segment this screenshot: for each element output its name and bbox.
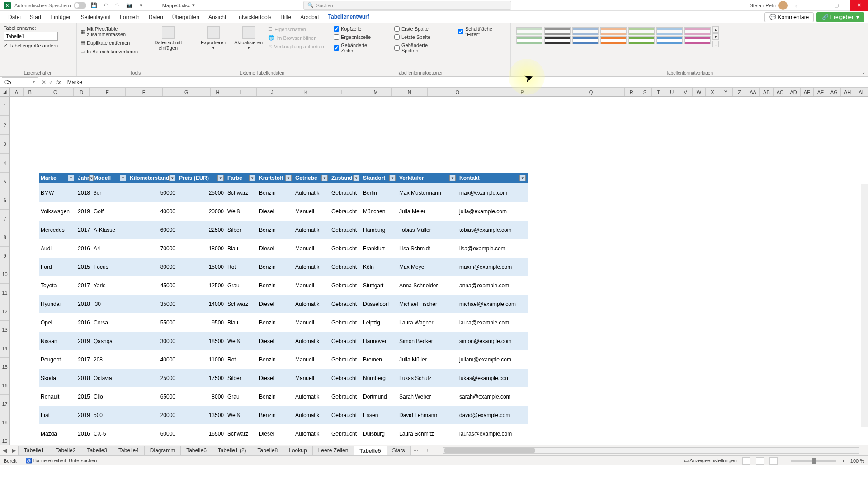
table-cell[interactable]: Gebraucht [330,208,361,215]
column-header[interactable]: U [665,88,679,96]
last-col-checkbox[interactable]: Letzte Spalte [394,33,444,41]
column-header[interactable]: I [225,88,257,96]
table-cell[interactable]: Julia Müller [397,357,458,363]
table-cell[interactable]: Diesel [257,301,293,307]
gallery-up-icon[interactable]: ▴ [712,26,719,33]
table-cell[interactable]: Grau [226,394,257,400]
table-cell[interactable]: 40000 [128,208,177,215]
table-header-cell[interactable]: Farbe▼ [226,175,257,181]
table-cell[interactable]: Lukas Schulz [397,375,458,381]
table-cell[interactable]: lauras@example.com [458,431,528,437]
table-row[interactable]: Opel2016Corsa550009500BlauBenzinManuellG… [39,313,528,332]
table-cell[interactable]: BMW [39,190,76,196]
row-header[interactable]: 13 [0,321,9,339]
table-cell[interactable]: 50000 [128,190,177,196]
table-style-thumb[interactable] [684,27,711,35]
table-cell[interactable]: Ford [39,264,76,270]
column-header[interactable]: Y [719,88,733,96]
table-cell[interactable]: Mazda [39,431,76,437]
sheet-tab[interactable]: Tabelle5 [354,446,387,455]
column-header[interactable]: AI [854,88,868,96]
table-header-cell[interactable]: Kontakt▼ [458,175,528,181]
minimize-icon[interactable]: — [805,0,823,11]
tab-datei[interactable]: Datei [4,11,25,23]
table-cell[interactable]: München [361,208,397,215]
column-header[interactable]: V [679,88,693,96]
table-cell[interactable]: 14000 [177,301,226,307]
filter-button-checkbox[interactable]: Schaltfläche "Filter" [458,25,507,38]
filter-dropdown-icon[interactable]: ▼ [217,175,224,181]
table-style-thumb[interactable] [628,36,655,44]
row-header[interactable]: 12 [0,302,9,321]
tab-tabellenentwurf[interactable]: Tabellenentwurf [324,11,374,23]
table-cell[interactable]: 30000 [128,338,177,344]
table-style-thumb[interactable] [516,36,542,44]
table-cell[interactable]: tobias@example.com [458,227,528,233]
table-header-cell[interactable]: Zustand▼ [330,175,361,181]
header-row-checkbox[interactable]: Kopfzeile [334,25,381,33]
table-row[interactable]: Peugeot20172084000011000RotBenzinManuell… [39,350,528,369]
table-cell[interactable]: 13500 [177,412,226,418]
page-break-view-icon[interactable] [769,457,778,465]
table-cell[interactable]: Golf [92,208,128,215]
table-header-cell[interactable]: Getriebe▼ [293,175,330,181]
table-cell[interactable]: Leipzig [361,319,397,326]
add-sheet-icon[interactable]: ＋ [421,446,434,454]
table-cell[interactable]: Schwarz [226,301,257,307]
table-cell[interactable]: Fiat [39,412,76,418]
table-cell[interactable]: Gebraucht [330,301,361,307]
table-cell[interactable]: Gebraucht [330,357,361,363]
table-cell[interactable]: 2017 [76,227,92,233]
table-cell[interactable]: michael@example.com [458,301,528,307]
collapse-ribbon-icon[interactable]: ⌄ [862,70,865,75]
table-cell[interactable]: 2018 [76,375,92,381]
column-header[interactable]: W [693,88,706,96]
column-header[interactable]: F [126,88,163,96]
filter-dropdown-icon[interactable]: ▼ [169,175,175,181]
table-cell[interactable]: Renault [39,394,76,400]
table-cell[interactable]: 16500 [177,431,226,437]
table-cell[interactable]: Focus [92,264,128,270]
table-cell[interactable]: 60000 [128,431,177,437]
table-cell[interactable]: Benzin [257,227,293,233]
table-style-thumb[interactable] [600,27,627,35]
tab-entwicklertools[interactable]: Entwicklertools [231,11,276,23]
resize-table-button[interactable]: ⤢ Tabellengröße ändern [4,42,58,49]
table-cell[interactable]: Köln [361,264,397,270]
sheet-tab[interactable]: Tabelle1 (2) [212,446,252,455]
table-row[interactable]: Mazda2016CX-56000016500SchwarzDieselAuto… [39,424,528,443]
table-cell[interactable]: Frankfurt [361,245,397,252]
table-cell[interactable]: 65000 [128,394,177,400]
column-header[interactable]: L [324,88,360,96]
table-cell[interactable]: 2018 [76,301,92,307]
table-cell[interactable]: 80000 [128,264,177,270]
table-cell[interactable]: Weiß [226,412,257,418]
table-cell[interactable]: Nissan [39,338,76,344]
sheet-tab[interactable]: Tabelle6 [180,446,212,455]
column-header[interactable]: D [74,88,90,96]
table-header-cell[interactable]: Kraftstoff▼ [257,175,293,181]
table-cell[interactable]: Manuell [293,375,330,381]
table-cell[interactable]: juliam@example.com [458,357,528,363]
table-cell[interactable]: Schwarz [226,190,257,196]
table-style-thumb[interactable] [572,36,599,44]
table-cell[interactable]: Weiß [226,208,257,215]
zoom-out-icon[interactable]: − [783,458,786,464]
close-icon[interactable]: ✕ [850,0,868,11]
filter-dropdown-icon[interactable]: ▼ [285,175,292,181]
zoom-slider[interactable] [791,460,836,462]
table-cell[interactable]: Essen [361,412,397,418]
table-cell[interactable]: Automatik [293,227,330,233]
table-cell[interactable]: Automatik [293,264,330,270]
filter-dropdown-icon[interactable]: ▼ [68,175,74,181]
table-cell[interactable]: David Lehmann [397,412,458,418]
sheet-tab[interactable]: Lookup [283,446,312,455]
banded-rows-checkbox[interactable]: Gebänderte Zeilen [334,42,381,54]
table-cell[interactable]: 2019 [76,208,92,215]
page-layout-view-icon[interactable] [756,457,764,465]
table-cell[interactable]: Peugeot [39,357,76,363]
sheet-tab[interactable]: Leere Zeilen [312,446,354,455]
table-cell[interactable]: 3er [92,190,128,196]
export-button[interactable]: Exportieren▾ [198,25,229,51]
table-style-thumb[interactable] [516,27,542,35]
